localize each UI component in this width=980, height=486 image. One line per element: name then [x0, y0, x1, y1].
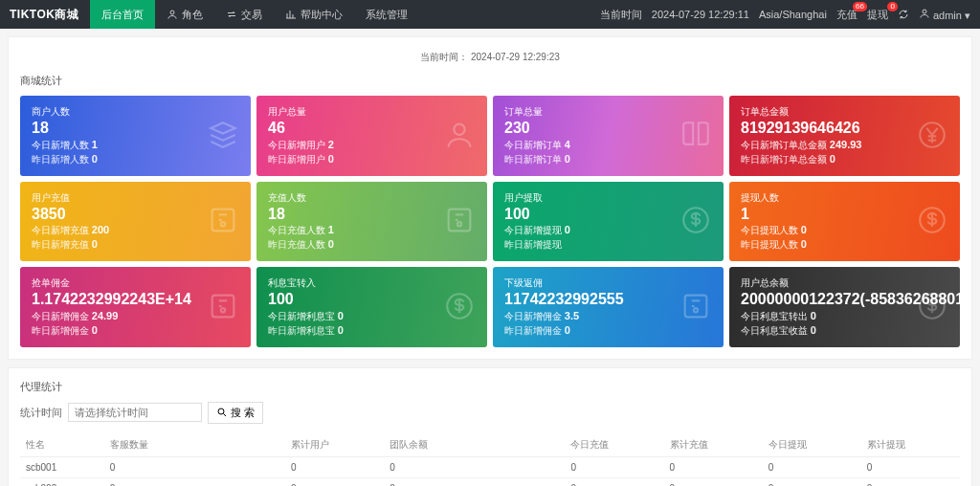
card-yesterday: 今日利息宝收益 0 — [741, 324, 948, 338]
card-yesterday: 昨日新增利息宝 0 — [268, 324, 476, 338]
svg-rect-4 — [212, 210, 234, 232]
card-yesterday: 昨日新增订单 0 — [504, 153, 712, 166]
table-col: 累计提现 — [861, 433, 960, 457]
card-yesterday: 昨日新增佣金 0 — [32, 324, 239, 338]
edit-icon — [443, 204, 476, 238]
table-header: 性名客服数量累计用户团队余额今日充值累计充值今日提现累计提现 — [20, 433, 960, 457]
yen-icon — [916, 119, 948, 153]
stat-card-11[interactable]: 用户总余额20000000122372(-8583626880104.5)今日利… — [729, 267, 960, 347]
edit-icon — [207, 290, 239, 324]
agent-table: 性名客服数量累计用户团队余额今日充值累计充值今日提现累计提现 scb001000… — [20, 433, 960, 486]
svg-point-5 — [221, 223, 225, 227]
time-bar-label: 当前时间： — [420, 52, 468, 62]
table-body: scb0010000000scb0020000000scb0030000000s… — [20, 456, 960, 486]
stat-card-0[interactable]: 商户人数18今日新增人数 1昨日新增人数 0 — [20, 96, 251, 176]
nav-label: 交易 — [241, 8, 262, 22]
table-cell: 0 — [104, 477, 285, 486]
card-yesterday: 昨日新增订单总金额 0 — [741, 153, 948, 166]
svg-point-1 — [923, 10, 926, 13]
overview-panel: 当前时间： 2024-07-29 12:29:23 商城统计 商户人数18今日新… — [8, 36, 972, 360]
card-title: 用户总量 — [268, 105, 476, 119]
dollar-icon — [679, 204, 712, 238]
svg-point-16 — [218, 409, 224, 414]
svg-rect-13 — [685, 296, 707, 318]
filter-bar: 统计时间 搜 索 — [20, 402, 960, 424]
withdraw-link[interactable]: 提现 — [867, 8, 888, 22]
brand: TIKTOK商城 — [10, 7, 78, 23]
stat-card-3[interactable]: 订单总金额81929139646426今日新增订单总金额 249.93昨日新增订… — [729, 96, 960, 176]
timezone: Asia/Shanghai — [759, 9, 827, 20]
stat-card-8[interactable]: 抢单佣金1.1742232992243E+14今日新增佣金 24.99昨日新增佣… — [20, 267, 251, 347]
refresh-icon[interactable] — [898, 9, 909, 20]
nav-label: 角色 — [182, 8, 203, 22]
card-title: 用户充值 — [32, 191, 239, 205]
svg-point-11 — [221, 308, 225, 312]
nav-help[interactable]: 帮助中心 — [274, 0, 354, 29]
filter-date-input[interactable] — [68, 403, 202, 422]
chart-icon — [285, 9, 297, 20]
search-button[interactable]: 搜 索 — [208, 402, 263, 424]
dollar-icon — [916, 204, 948, 238]
stat-card-4[interactable]: 用户充值3850今日新增充值 200昨日新增充值 0 — [20, 182, 251, 262]
table-cell: 0 — [104, 456, 285, 477]
table-cell: 0 — [664, 477, 763, 486]
table-col: 累计用户 — [285, 433, 384, 457]
user-icon — [167, 9, 178, 20]
nav-label: 系统管理 — [366, 8, 408, 22]
card-title: 订单总金额 — [741, 105, 948, 119]
svg-point-14 — [694, 308, 698, 312]
table-cell: 0 — [285, 456, 384, 477]
card-yesterday: 昨日新增提现 — [504, 238, 712, 252]
topbar: TIKTOK商城 后台首页 角色 交易 帮助中心 系统管理 当前时间 2024-… — [0, 0, 980, 29]
card-title: 充值人数 — [268, 191, 476, 205]
table-col: 客服数量 — [104, 433, 285, 457]
stack-icon — [207, 119, 239, 153]
recharge-link[interactable]: 充值 — [836, 8, 858, 22]
table-row[interactable]: scb0010000000 — [20, 456, 960, 477]
table-row[interactable]: scb0020000000 — [20, 477, 960, 486]
nav-home[interactable]: 后台首页 — [90, 0, 155, 29]
table-col: 性名 — [20, 433, 104, 457]
svg-rect-6 — [449, 210, 471, 232]
card-yesterday: 昨日新增用户 0 — [268, 153, 476, 166]
user-icon — [919, 8, 930, 19]
time-bar: 当前时间： 2024-07-29 12:29:23 — [20, 45, 960, 70]
user-menu[interactable]: admin ▾ — [919, 8, 970, 22]
nav-trade[interactable]: 交易 — [214, 0, 274, 29]
svg-point-0 — [170, 11, 174, 14]
stat-card-9[interactable]: 利息宝转入100今日新增利息宝 0昨日新增利息宝 0 — [256, 267, 487, 347]
table-cell: 0 — [861, 456, 960, 477]
table-cell: 0 — [763, 477, 861, 486]
book-icon — [679, 119, 712, 153]
stat-card-7[interactable]: 提现人数1今日提现人数 0昨日提现人数 0 — [729, 182, 960, 262]
stat-card-1[interactable]: 用户总量46今日新增用户 2昨日新增用户 0 — [256, 96, 487, 176]
nav-system[interactable]: 系统管理 — [354, 0, 419, 29]
agent-panel: 代理统计 统计时间 搜 索 性名客服数量累计用户团队余额今日充值累计充值今日提现… — [8, 367, 972, 486]
edit-icon — [679, 290, 712, 324]
card-title: 用户总余额 — [741, 276, 948, 290]
search-icon — [216, 407, 228, 418]
edit-icon — [207, 204, 239, 238]
stat-card-6[interactable]: 用户提取100今日新增提现 0昨日新增提现 — [493, 182, 724, 262]
time-label: 当前时间 — [600, 8, 642, 22]
time-value: 2024-07-29 12:29:11 — [652, 9, 749, 20]
svg-point-7 — [457, 223, 461, 227]
stat-card-2[interactable]: 订单总量230今日新增订单 4昨日新增订单 0 — [493, 96, 724, 176]
page: 当前时间： 2024-07-29 12:29:23 商城统计 商户人数18今日新… — [0, 29, 980, 486]
swap-icon — [226, 9, 237, 20]
table-cell: scb002 — [20, 477, 104, 486]
nav-label: 帮助中心 — [301, 8, 343, 22]
cards-grid: 商户人数18今日新增人数 1昨日新增人数 0用户总量46今日新增用户 2昨日新增… — [20, 96, 960, 347]
table-cell: 0 — [565, 456, 663, 477]
table-cell: 0 — [763, 456, 861, 477]
table-cell: 0 — [861, 477, 960, 486]
table-cell: scb001 — [20, 456, 104, 477]
card-title: 订单总量 — [504, 105, 712, 119]
nav-role[interactable]: 角色 — [155, 0, 214, 29]
search-label: 搜 索 — [231, 406, 255, 420]
stat-card-10[interactable]: 下级返佣11742232992555今日新增佣金 3.5昨日新增佣金 0 — [493, 267, 724, 347]
filter-label: 统计时间 — [20, 406, 62, 420]
dollar-icon — [916, 290, 948, 324]
stat-card-5[interactable]: 充值人数18今日充值人数 1昨日充值人数 0 — [256, 182, 487, 262]
table-col: 今日提现 — [763, 433, 861, 457]
